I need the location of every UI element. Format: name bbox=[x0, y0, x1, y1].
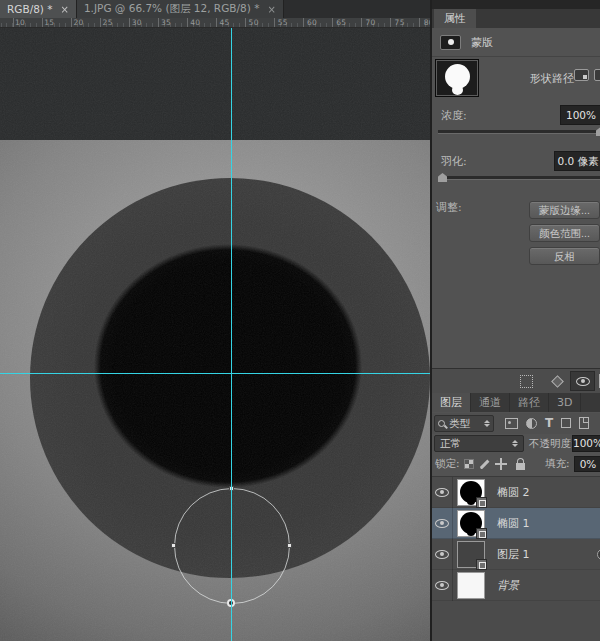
layer-thumbnail[interactable] bbox=[457, 479, 485, 506]
tab-3d[interactable]: 3D bbox=[549, 393, 581, 412]
lock-transparency-icon[interactable] bbox=[464, 459, 474, 469]
lock-pixels-icon[interactable] bbox=[480, 459, 490, 469]
layer-row-layer-1[interactable]: 图层 1 bbox=[432, 539, 600, 570]
mask-icon bbox=[440, 35, 461, 50]
document-tab-1[interactable]: RGB/8) * × bbox=[0, 0, 77, 18]
ruler-number: 40 bbox=[190, 18, 200, 27]
layer-name: 椭圆 2 bbox=[497, 485, 530, 500]
shape-layer-badge-icon bbox=[476, 528, 487, 539]
ruler-number: 55 bbox=[278, 18, 288, 27]
ruler-number: 15 bbox=[44, 18, 54, 27]
ruler-number: 35 bbox=[161, 18, 171, 27]
photo-dark-band bbox=[0, 28, 430, 140]
photo-black-circle bbox=[94, 244, 362, 488]
shape-path-row: 形状路径 bbox=[432, 58, 600, 100]
layer-thumbnail[interactable] bbox=[457, 510, 485, 537]
ruler-number: 75 bbox=[395, 18, 405, 27]
properties-tabrow: 属性 bbox=[432, 9, 600, 28]
apply-mask-icon[interactable] bbox=[551, 375, 564, 388]
invert-button[interactable]: 反相 bbox=[529, 247, 600, 265]
lock-label: 锁定: bbox=[435, 457, 460, 471]
color-range-button[interactable]: 颜色范围... bbox=[529, 224, 600, 242]
horizontal-guide[interactable] bbox=[0, 373, 430, 374]
pixel-mask-icon[interactable] bbox=[594, 69, 600, 81]
layer-thumbnail[interactable] bbox=[457, 541, 485, 568]
tab-layers[interactable]: 图层 bbox=[432, 393, 471, 412]
lock-icons bbox=[464, 457, 525, 471]
lock-all-icon[interactable] bbox=[516, 463, 525, 470]
ruler-number: 20 bbox=[73, 18, 83, 27]
close-icon[interactable]: × bbox=[267, 4, 275, 15]
ruler-number: 10 bbox=[15, 18, 25, 27]
mask-edge-button[interactable]: 蒙版边缘... bbox=[529, 201, 600, 219]
density-value[interactable]: 100% bbox=[560, 105, 600, 125]
visibility-cell[interactable] bbox=[432, 539, 453, 570]
blend-mode-select[interactable]: 正常 bbox=[434, 435, 524, 452]
shape-layer-badge-icon bbox=[476, 497, 487, 508]
ellipse-path[interactable] bbox=[174, 488, 290, 604]
ruler-number: 45 bbox=[219, 18, 229, 27]
ruler-number: 70 bbox=[365, 18, 375, 27]
filter-pixel-layers-icon[interactable] bbox=[505, 418, 518, 429]
filter-kind-select[interactable]: 类型 bbox=[434, 415, 494, 432]
canvas[interactable] bbox=[0, 28, 430, 641]
tab-properties[interactable]: 属性 bbox=[434, 9, 476, 28]
layer-name: 椭圆 1 bbox=[497, 516, 530, 531]
document-tab-2[interactable]: 1.JPG @ 66.7% (图层 12, RGB/8) * × bbox=[77, 0, 284, 18]
layer-badge-icon bbox=[476, 559, 487, 570]
layer-thumbnail[interactable] bbox=[457, 572, 485, 599]
tab-paths[interactable]: 路径 bbox=[510, 393, 549, 412]
layer-row-background[interactable]: 背景 bbox=[432, 570, 600, 601]
ruler-number: 50 bbox=[249, 18, 259, 27]
eye-icon bbox=[435, 488, 449, 497]
document-tab-1-title: RGB/8) * bbox=[7, 3, 53, 15]
mask-visibility-button[interactable] bbox=[570, 371, 595, 391]
feather-value[interactable]: 0.0 像素 bbox=[554, 151, 600, 171]
feather-row: 羽化: 0.0 像素 bbox=[432, 151, 600, 171]
lock-row: 锁定: 填充: 0% bbox=[432, 456, 600, 474]
filter-shape-layers-icon[interactable] bbox=[561, 418, 571, 428]
visibility-cell[interactable] bbox=[432, 508, 453, 539]
vector-mask-icon[interactable] bbox=[574, 69, 589, 81]
blend-mode-value: 正常 bbox=[440, 437, 461, 451]
visibility-cell[interactable] bbox=[432, 477, 453, 508]
feather-slider[interactable] bbox=[438, 176, 600, 180]
thumbnail-shape-small bbox=[467, 529, 475, 536]
mask-thumbnail[interactable] bbox=[435, 59, 479, 97]
ruler-number: 65 bbox=[336, 18, 346, 27]
filter-smart-objects-icon[interactable] bbox=[579, 417, 589, 429]
density-label: 浓度: bbox=[441, 108, 467, 123]
filter-type-layers-icon[interactable]: T bbox=[545, 418, 553, 429]
feather-label: 羽化: bbox=[441, 154, 467, 169]
density-slider[interactable] bbox=[438, 130, 600, 134]
shape-path-label: 形状路径 bbox=[530, 71, 574, 86]
right-panel: 属性 蒙版 形状路径 浓度: 100% 羽化: 0.0 像素 bbox=[430, 0, 600, 641]
properties-panel-top-strip bbox=[432, 0, 600, 9]
fill-value[interactable]: 0% bbox=[574, 456, 600, 472]
filter-type-icons: T bbox=[505, 417, 589, 429]
tab-channels[interactable]: 通道 bbox=[471, 393, 510, 412]
density-slider-thumb[interactable] bbox=[596, 127, 600, 136]
opacity-value[interactable]: 100% bbox=[572, 435, 600, 452]
lock-position-icon[interactable] bbox=[495, 458, 507, 470]
opacity-label: 不透明度: bbox=[529, 437, 575, 451]
close-icon[interactable]: × bbox=[61, 4, 69, 15]
chevron-updown-icon bbox=[484, 420, 490, 427]
mask-label: 蒙版 bbox=[471, 35, 493, 50]
layers-list: 椭圆 2 椭圆 1 f 图层 1 bbox=[432, 476, 600, 641]
thumbnail-shape-small bbox=[467, 498, 475, 505]
shape-path-icons bbox=[574, 69, 600, 81]
ruler-number: 30 bbox=[132, 18, 142, 27]
vertical-guide[interactable] bbox=[231, 28, 232, 641]
layers-panel-tabs: 图层 通道 路径 3D bbox=[432, 393, 600, 412]
filter-adjustment-layers-icon[interactable] bbox=[526, 418, 537, 429]
mask-thumbnail-shape-small bbox=[452, 85, 463, 95]
layer-row-ellipse-1[interactable]: 椭圆 1 f bbox=[432, 508, 600, 539]
layer-row-ellipse-2[interactable]: 椭圆 2 bbox=[432, 477, 600, 508]
feather-slider-thumb[interactable] bbox=[438, 173, 447, 182]
path-anchor-left[interactable] bbox=[171, 543, 176, 548]
photoshop-window: RGB/8) * × 1.JPG @ 66.7% (图层 12, RGB/8) … bbox=[0, 0, 600, 641]
load-selection-icon[interactable] bbox=[520, 375, 533, 388]
visibility-cell[interactable] bbox=[432, 570, 453, 601]
path-anchor-right[interactable] bbox=[287, 543, 292, 548]
